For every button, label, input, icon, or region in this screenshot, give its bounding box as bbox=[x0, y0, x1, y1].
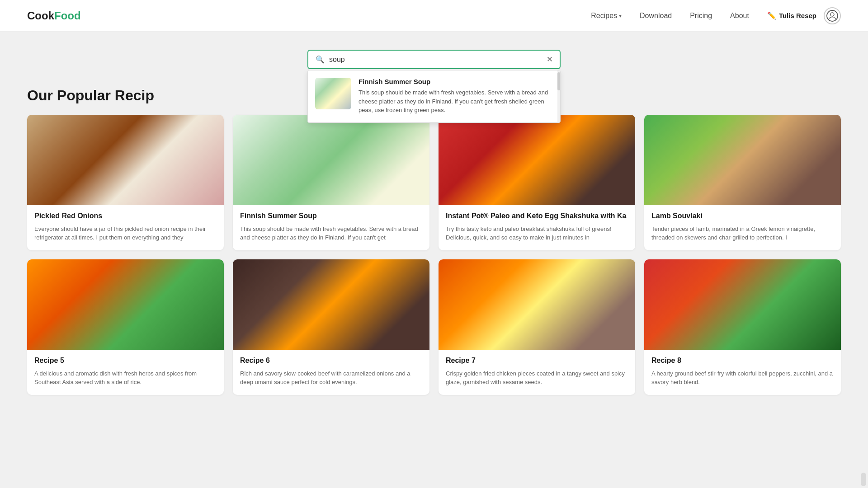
recipe-card-body: Recipe 8 A hearty ground beef stir-fry w… bbox=[644, 350, 841, 395]
svg-point-1 bbox=[830, 13, 834, 16]
dropdown-scrollbar-thumb bbox=[557, 72, 560, 90]
chevron-down-icon: ▾ bbox=[619, 13, 622, 19]
nav-download[interactable]: Download bbox=[640, 12, 672, 20]
recipe-card[interactable]: Finnish Summer Soup This soup should be … bbox=[233, 115, 429, 250]
recipe-card-image bbox=[439, 259, 635, 350]
logo-cook: Cook bbox=[27, 9, 54, 22]
dropdown-scrollbar[interactable] bbox=[557, 70, 560, 122]
dropdown-result-title: Finnish Summer Soup bbox=[359, 78, 553, 85]
recipe-card-title: Recipe 8 bbox=[651, 356, 834, 366]
recipe-grid-row1: Pickled Red Onions Everyone should have … bbox=[27, 115, 841, 395]
main-content: 🔍 ✕ Finnish Summer Soup This soup should… bbox=[0, 32, 868, 431]
recipe-card[interactable]: Lamb Souvlaki Tender pieces of lamb, mar… bbox=[644, 115, 841, 250]
search-input[interactable] bbox=[329, 56, 547, 64]
recipe-card-body: Recipe 5 A delicious and aromatic dish w… bbox=[27, 350, 224, 395]
nav-about[interactable]: About bbox=[730, 12, 749, 20]
header-right: ✏️ Tulis Resep bbox=[767, 7, 841, 24]
recipe-card-title: Finnish Summer Soup bbox=[240, 211, 422, 221]
recipe-card[interactable]: Pickled Red Onions Everyone should have … bbox=[27, 115, 224, 250]
nav-pricing[interactable]: Pricing bbox=[690, 12, 712, 20]
recipe-card[interactable]: Recipe 6 Rich and savory slow-cooked bee… bbox=[233, 259, 429, 395]
recipe-card-description: A hearty ground beef stir-fry with color… bbox=[651, 369, 834, 387]
recipe-card-image bbox=[439, 115, 635, 205]
dropdown-result-item[interactable]: Finnish Summer Soup This soup should be … bbox=[308, 70, 560, 122]
recipe-card-description: This soup should be made with fresh vege… bbox=[240, 225, 422, 242]
search-wrapper: 🔍 ✕ Finnish Summer Soup This soup should… bbox=[27, 50, 841, 69]
recipe-card-body: Recipe 6 Rich and savory slow-cooked bee… bbox=[233, 350, 429, 395]
recipe-card[interactable]: Recipe 7 Crispy golden fried chicken pie… bbox=[439, 259, 635, 395]
recipe-card-image bbox=[27, 259, 224, 350]
recipe-card-description: Crispy golden fried chicken pieces coate… bbox=[446, 369, 628, 387]
recipe-card-title: Recipe 7 bbox=[446, 356, 628, 366]
recipe-card-title: Instant Pot® Paleo and Keto Egg Shakshuk… bbox=[446, 211, 628, 221]
header: CookFood Recipes ▾ Download Pricing Abou… bbox=[0, 0, 868, 32]
popular-section: Our Popular Recip Pickled Red Onions Eve… bbox=[27, 87, 841, 395]
recipe-card-body: Lamb Souvlaki Tender pieces of lamb, mar… bbox=[644, 205, 841, 250]
recipe-card[interactable]: Instant Pot® Paleo and Keto Egg Shakshuk… bbox=[439, 115, 635, 250]
recipe-card-body: Finnish Summer Soup This soup should be … bbox=[233, 205, 429, 250]
recipe-card-image bbox=[644, 115, 841, 205]
search-dropdown: Finnish Summer Soup This soup should be … bbox=[307, 70, 561, 123]
main-nav: Recipes ▾ Download Pricing About bbox=[591, 12, 749, 20]
user-icon bbox=[826, 10, 838, 22]
recipe-card-body: Instant Pot® Paleo and Keto Egg Shakshuk… bbox=[439, 205, 635, 250]
recipe-card-title: Recipe 6 bbox=[240, 356, 422, 366]
recipe-card-description: Tender pieces of lamb, marinated in a Gr… bbox=[651, 225, 834, 242]
recipe-card-title: Recipe 5 bbox=[34, 356, 217, 366]
recipe-card[interactable]: Recipe 5 A delicious and aromatic dish w… bbox=[27, 259, 224, 395]
logo-food: Food bbox=[54, 9, 81, 22]
recipe-card-body: Recipe 7 Crispy golden fried chicken pie… bbox=[439, 350, 635, 395]
recipe-card-title: Lamb Souvlaki bbox=[651, 211, 834, 221]
recipe-card-image bbox=[233, 259, 429, 350]
nav-recipes-label: Recipes bbox=[591, 12, 617, 20]
nav-recipes[interactable]: Recipes ▾ bbox=[591, 12, 622, 20]
recipe-card-description: Rich and savory slow-cooked beef with ca… bbox=[240, 369, 422, 387]
write-recipe-button[interactable]: ✏️ Tulis Resep bbox=[767, 11, 816, 20]
dropdown-result-thumbnail bbox=[315, 78, 351, 109]
edit-icon: ✏️ bbox=[767, 11, 776, 20]
search-box: 🔍 ✕ bbox=[307, 50, 561, 69]
recipe-card-description: Try this tasty keto and paleo breakfast … bbox=[446, 225, 628, 242]
logo[interactable]: CookFood bbox=[27, 9, 81, 22]
recipe-card-title: Pickled Red Onions bbox=[34, 211, 217, 221]
recipe-card-image bbox=[27, 115, 224, 205]
user-avatar[interactable] bbox=[824, 7, 841, 24]
recipe-card-description: Everyone should have a jar of this pickl… bbox=[34, 225, 217, 242]
recipe-card[interactable]: Recipe 8 A hearty ground beef stir-fry w… bbox=[644, 259, 841, 395]
dropdown-result-description: This soup should be made with fresh vege… bbox=[359, 88, 553, 115]
search-container: 🔍 ✕ Finnish Summer Soup This soup should… bbox=[307, 50, 561, 69]
write-recipe-label: Tulis Resep bbox=[779, 12, 816, 19]
dropdown-result-info: Finnish Summer Soup This soup should be … bbox=[359, 78, 553, 115]
recipe-card-description: A delicious and aromatic dish with fresh… bbox=[34, 369, 217, 387]
recipe-card-image bbox=[644, 259, 841, 350]
search-icon: 🔍 bbox=[316, 55, 325, 64]
recipe-card-body: Pickled Red Onions Everyone should have … bbox=[27, 205, 224, 250]
recipe-card-image bbox=[233, 115, 429, 205]
clear-search-icon[interactable]: ✕ bbox=[547, 55, 552, 64]
